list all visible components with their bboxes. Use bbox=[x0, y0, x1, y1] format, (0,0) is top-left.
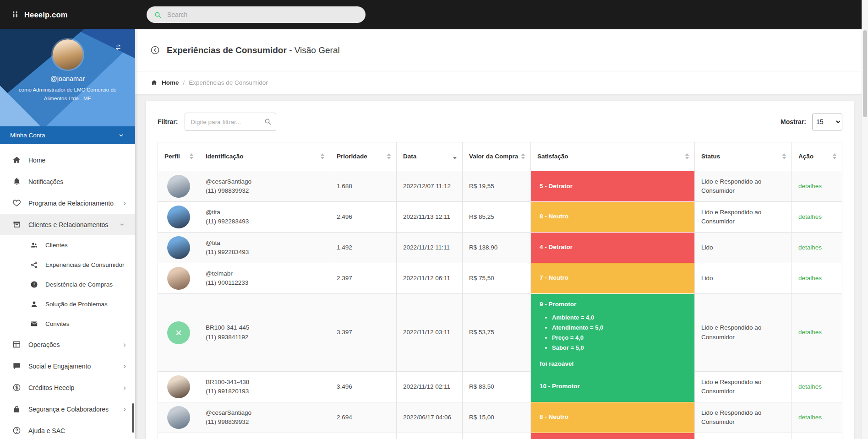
profile-avatar bbox=[167, 206, 190, 228]
help-icon bbox=[12, 426, 21, 435]
profile-role: como Administrador de LMC Comercio de Al… bbox=[0, 86, 135, 103]
chevron-right-icon: › bbox=[123, 405, 126, 413]
column-header-data[interactable]: Data bbox=[397, 142, 463, 171]
cell-prioridade: 2.496 bbox=[330, 202, 397, 233]
details-link[interactable]: detalhes bbox=[798, 244, 822, 251]
details-link[interactable]: detalhes bbox=[798, 414, 822, 421]
column-header-valor-da-compra[interactable]: Valor da Compra bbox=[463, 142, 531, 171]
table-body: @cesarSantiago(11) 9988399321.6882022/12… bbox=[158, 171, 842, 439]
column-header-prioridade[interactable]: Prioridade bbox=[330, 142, 397, 171]
satisfaction-badge: 10 - Promotor bbox=[531, 372, 694, 402]
sidebar-item-home[interactable]: Home bbox=[0, 149, 135, 171]
sidebar-item-clientes[interactable]: Clientes bbox=[0, 235, 135, 255]
cell-status: Lido e Respondido ao Consumidor bbox=[695, 294, 792, 372]
sidebar-item-desistencia-de-compras[interactable]: Desistência de Compras bbox=[0, 275, 135, 294]
brand[interactable]: Heeelp.com bbox=[0, 10, 135, 20]
sort-icon[interactable] bbox=[833, 153, 836, 159]
sidebar-item-label: Créditos Heeelp bbox=[28, 384, 74, 391]
chevron-down-icon: › bbox=[119, 223, 127, 226]
sidebar-item-label: Operações bbox=[28, 341, 60, 348]
cell-satisfacao bbox=[531, 433, 695, 439]
cell-valor-da-compra: R$ 138,90 bbox=[463, 233, 531, 263]
identification-phone: (11) 991820193 bbox=[206, 387, 323, 396]
show-label: Mostrar: bbox=[781, 118, 806, 125]
details-link[interactable]: detalhes bbox=[798, 383, 822, 390]
satisfaction-label: 10 - Promotor bbox=[540, 382, 686, 391]
cell-data bbox=[397, 433, 463, 439]
filter-input[interactable] bbox=[185, 113, 276, 131]
page-size-select[interactable]: 15 bbox=[812, 114, 842, 130]
cell-satisfacao: 5 - Detrator bbox=[531, 171, 695, 202]
sidebar-scrollbar-thumb[interactable] bbox=[132, 403, 134, 433]
cell-valor-da-compra: R$ 75,50 bbox=[463, 263, 531, 294]
table-row: @tita(11) 9922834931.4922022/11/12 11:11… bbox=[158, 233, 842, 263]
sidebar-item-experiencias-de-consumidor[interactable]: Experiencias de Consumidor bbox=[0, 255, 135, 275]
sort-icon[interactable] bbox=[453, 153, 457, 159]
column-header-status[interactable]: Status bbox=[695, 142, 792, 171]
satisfaction-details: Ambiente = 4,0Atendimento = 5,0Preço = 4… bbox=[552, 312, 686, 354]
column-header-satisfacao[interactable]: Satisfação bbox=[531, 142, 695, 171]
sidebar-item-programa-de-relacionamento[interactable]: Programa de Relacionamento› bbox=[0, 192, 135, 214]
home-icon bbox=[151, 79, 158, 86]
details-link[interactable]: detalhes bbox=[798, 183, 822, 190]
details-link[interactable]: detalhes bbox=[798, 329, 822, 336]
details-link[interactable]: detalhes bbox=[798, 213, 822, 220]
content-card: Filtrar: Mostrar: 15 PerfilIdentificação… bbox=[146, 101, 854, 439]
cell-status: Lido e Respondido ao Consumidor bbox=[695, 202, 792, 233]
page-header: Experiências de Consumidor - Visão Geral bbox=[135, 29, 862, 71]
identification-phone: (11) 993841192 bbox=[206, 333, 323, 342]
sidebar-menu: HomeNotificaçõesPrograma de Relacionamen… bbox=[0, 144, 135, 439]
sidebar-item-notificacoes[interactable]: Notificações bbox=[0, 171, 135, 192]
identification-handle: @cesarSantiago bbox=[206, 408, 323, 417]
cell-acao: detalhes bbox=[792, 402, 842, 433]
page-scrollbar[interactable] bbox=[862, 0, 868, 439]
column-header-acao[interactable]: Ação bbox=[792, 142, 842, 171]
store-icon bbox=[12, 220, 21, 229]
breadcrumb-home-link[interactable]: Home bbox=[162, 79, 179, 86]
page-scrollbar-thumb[interactable] bbox=[863, 30, 867, 117]
sidebar-item-convites[interactable]: Convites bbox=[0, 314, 135, 334]
sort-icon[interactable] bbox=[321, 153, 324, 159]
sidebar-item-solucao-de-problemas[interactable]: Solução de Problemas bbox=[0, 294, 135, 314]
sidebar-toggle-button[interactable] bbox=[114, 43, 122, 51]
chevron-right-icon: › bbox=[123, 362, 126, 370]
sidebar-item-seguranca-e-colaboradores[interactable]: Segurança e Colaboradores› bbox=[0, 398, 135, 420]
cell-satisfacao: 9 - PromotorAmbiente = 4,0Atendimento = … bbox=[531, 294, 695, 372]
page-subtitle: - Visão Geral bbox=[289, 45, 340, 55]
sidebar-item-label: Solução de Problemas bbox=[45, 301, 108, 308]
cell-perfil bbox=[158, 233, 199, 263]
credit-icon bbox=[12, 383, 21, 392]
sidebar-item-social-e-engajamento[interactable]: Social e Engajamento› bbox=[0, 355, 135, 377]
sidebar-item-clientes-e-relacionamentos[interactable]: Clientes e Relacionamentos› bbox=[0, 214, 135, 235]
sort-icon[interactable] bbox=[190, 153, 193, 159]
back-icon[interactable] bbox=[150, 45, 160, 55]
sidebar-item-label: Desistência de Compras bbox=[45, 281, 113, 288]
sort-icon[interactable] bbox=[521, 153, 525, 159]
cell-perfil bbox=[158, 202, 199, 233]
table-row: BR100-341-445(11) 9938411923.3972022/11/… bbox=[158, 294, 842, 372]
sort-icon[interactable] bbox=[685, 153, 689, 159]
table-row: @tita(11) 9922834932.4962022/11/13 12:11… bbox=[158, 202, 842, 233]
cell-data: 2022/12/07 11:12 bbox=[397, 171, 463, 202]
details-link[interactable]: detalhes bbox=[798, 275, 822, 282]
user-avatar[interactable] bbox=[53, 39, 83, 70]
sidebar-item-operacoes[interactable]: Operações› bbox=[0, 334, 135, 355]
identification-handle: @telmabr bbox=[206, 269, 323, 278]
column-header-perfil[interactable]: Perfil bbox=[158, 142, 199, 171]
sidebar-item-ajuda-e-sac[interactable]: Ajuda e SAC bbox=[0, 420, 135, 439]
sort-icon[interactable] bbox=[782, 153, 786, 159]
users-icon bbox=[30, 241, 38, 249]
cell-perfil bbox=[158, 171, 199, 202]
sidebar-item-label: Social e Engajamento bbox=[28, 363, 91, 370]
cell-valor-da-compra: R$ 85,25 bbox=[463, 202, 531, 233]
main-content: Experiências de Consumidor - Visão Geral… bbox=[135, 29, 862, 439]
column-header-identificacao[interactable]: Identificação bbox=[199, 142, 330, 171]
my-account-menu[interactable]: Minha Conta bbox=[0, 126, 135, 144]
sidebar-item-creditos-heeelp[interactable]: Créditos Heeelp› bbox=[0, 377, 135, 398]
cell-status: Lido bbox=[695, 233, 792, 263]
bell-icon bbox=[12, 177, 21, 186]
cell-data: 2022/06/17 04:06 bbox=[397, 402, 463, 433]
sort-icon[interactable] bbox=[387, 153, 391, 159]
global-search-input[interactable] bbox=[167, 11, 358, 18]
cell-prioridade bbox=[330, 433, 397, 439]
